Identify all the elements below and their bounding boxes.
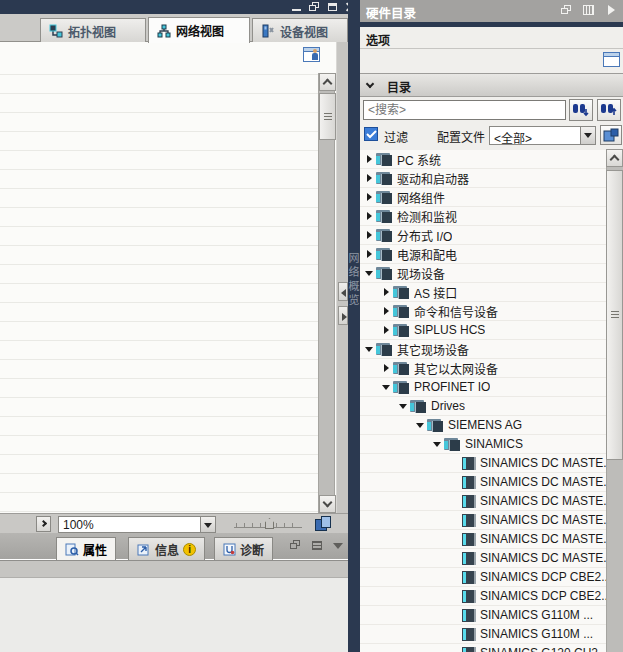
scrollbar-thumb[interactable] bbox=[606, 170, 623, 460]
tab-network-view[interactable]: 网络视图 bbox=[148, 17, 250, 43]
scrollbar-thumb[interactable] bbox=[319, 93, 336, 140]
catalog-tree-item[interactable]: SINAMICS G110M ... bbox=[360, 625, 606, 644]
catalog-scrollbar[interactable] bbox=[606, 150, 623, 652]
expand-icon[interactable] bbox=[381, 325, 393, 335]
tab-topology-view[interactable]: 拓扑视图 bbox=[40, 18, 146, 43]
catalog-tree-item[interactable]: SINAMICS DC MASTE... bbox=[360, 511, 606, 530]
catalog-tree-item-label: SINAMICS DC MASTE... bbox=[480, 513, 606, 527]
catalog-info-pane-icon[interactable] bbox=[603, 52, 620, 67]
list-view-icon[interactable] bbox=[311, 540, 323, 551]
collapse-icon[interactable] bbox=[364, 268, 376, 278]
profile-select[interactable]: <全部> bbox=[489, 126, 596, 145]
catalog-tree-item[interactable]: SIPLUS HCS bbox=[360, 321, 606, 340]
device-icon bbox=[261, 24, 275, 38]
tab-properties[interactable]: 属性 bbox=[56, 537, 116, 560]
catalog-tree-item[interactable]: 检测和监视 bbox=[360, 207, 606, 226]
catalog-tree-item-label: 驱动和启动器 bbox=[397, 170, 469, 187]
tab-diagnostics[interactable]: 诊断 bbox=[214, 537, 273, 560]
zoom-toolbar: 100% bbox=[0, 513, 348, 533]
search-up-icon[interactable] bbox=[597, 99, 621, 121]
catalog-tree-item[interactable]: 驱动和启动器 bbox=[360, 169, 606, 188]
float-icon[interactable] bbox=[290, 540, 302, 551]
catalog-tree-item[interactable]: 分布式 I/O bbox=[360, 226, 606, 245]
expand-right-icon[interactable] bbox=[36, 516, 51, 532]
expand-icon[interactable] bbox=[364, 249, 376, 259]
scroll-down-icon[interactable] bbox=[319, 495, 336, 513]
float-icon[interactable] bbox=[561, 5, 573, 16]
catalog-tree-item[interactable]: 电源和配电 bbox=[360, 245, 606, 264]
catalog-tree-item-label: 网络组件 bbox=[397, 189, 445, 206]
catalog-tree-item[interactable]: PROFINET IO bbox=[360, 378, 606, 397]
catalog-tree-item[interactable]: SINAMICS bbox=[360, 435, 606, 454]
catalog-tree-item[interactable]: 现场设备 bbox=[360, 264, 606, 283]
fit-view-icon[interactable] bbox=[315, 516, 332, 532]
catalog-tree-item[interactable]: SINAMICS DCP CBE2... bbox=[360, 568, 606, 587]
expand-icon[interactable] bbox=[364, 173, 376, 183]
collapse-icon[interactable] bbox=[415, 420, 427, 430]
expand-icon[interactable] bbox=[364, 192, 376, 202]
catalog-tree-item[interactable]: Drives bbox=[360, 397, 606, 416]
canvas-vertical-scrollbar[interactable] bbox=[318, 73, 335, 513]
filter-checkbox[interactable] bbox=[364, 127, 378, 141]
restore-icon[interactable] bbox=[309, 2, 320, 12]
catalog-tree-item-label: SINAMICS DCP CBE2... bbox=[480, 570, 606, 584]
zoom-slider[interactable] bbox=[234, 518, 302, 531]
device-icon bbox=[462, 457, 476, 470]
collapse-right-icon[interactable] bbox=[605, 5, 617, 16]
columns-icon[interactable] bbox=[583, 5, 595, 16]
info-badge: i bbox=[183, 543, 196, 556]
catalog-tree-item[interactable]: SIEMENS AG bbox=[360, 416, 606, 435]
expand-icon[interactable] bbox=[381, 287, 393, 297]
collapse-icon[interactable] bbox=[432, 439, 444, 449]
collapse-icon[interactable] bbox=[364, 344, 376, 354]
search-input[interactable] bbox=[363, 100, 566, 120]
catalog-tree-item-label: AS 接口 bbox=[414, 284, 457, 301]
profile-edit-icon[interactable] bbox=[600, 125, 622, 145]
chevron-down-icon[interactable] bbox=[332, 540, 344, 551]
collapse-right-icon[interactable] bbox=[338, 306, 348, 325]
scroll-up-icon[interactable] bbox=[319, 73, 336, 91]
catalog-section-header[interactable]: 目录 bbox=[360, 73, 623, 97]
catalog-tree-item[interactable]: PC 系统 bbox=[360, 150, 606, 169]
expand-icon[interactable] bbox=[364, 154, 376, 164]
catalog-tree-item[interactable]: SINAMICS DC MASTE... bbox=[360, 530, 606, 549]
expand-icon[interactable] bbox=[364, 211, 376, 221]
folder-icon bbox=[376, 171, 393, 185]
catalog-tree-item[interactable]: 其它以太网设备 bbox=[360, 359, 606, 378]
catalog-tree-item-label: 其它以太网设备 bbox=[414, 360, 498, 377]
tab-label: 信息 bbox=[155, 541, 179, 558]
maximize-icon[interactable] bbox=[327, 2, 338, 12]
catalog-tree-item[interactable]: 命令和信号设备 bbox=[360, 302, 606, 321]
minimize-icon[interactable] bbox=[291, 2, 302, 12]
tab-info[interactable]: 信息 i bbox=[128, 537, 205, 560]
catalog-tree-item[interactable]: SINAMICS G110M ... bbox=[360, 606, 606, 625]
catalog-tree-item[interactable]: 网络组件 bbox=[360, 188, 606, 207]
zoom-slider-thumb[interactable] bbox=[265, 518, 274, 529]
tab-device-view[interactable]: 设备视图 bbox=[252, 18, 348, 43]
catalog-tree-item[interactable]: SINAMICS DCP CBE2... bbox=[360, 587, 606, 606]
expand-icon[interactable] bbox=[381, 306, 393, 316]
page-overview-icon[interactable] bbox=[303, 47, 320, 62]
collapse-icon[interactable] bbox=[381, 382, 393, 392]
chevron-down-icon bbox=[366, 80, 374, 88]
catalog-tree-item[interactable]: SINAMICS DC MASTE... bbox=[360, 454, 606, 473]
zoom-level-select[interactable]: 100% bbox=[58, 516, 216, 533]
catalog-tree-item[interactable]: 其它现场设备 bbox=[360, 340, 606, 359]
expand-icon[interactable] bbox=[364, 230, 376, 240]
scroll-up-icon[interactable] bbox=[606, 149, 623, 167]
search-down-icon[interactable] bbox=[569, 99, 593, 121]
catalog-tree-item[interactable]: SINAMICS G120 CU2 bbox=[360, 644, 606, 652]
filter-row: 过滤 配置文件 <全部> bbox=[360, 124, 623, 148]
catalog-tree-item-label: Drives bbox=[431, 399, 465, 413]
catalog-tree-item[interactable]: AS 接口 bbox=[360, 283, 606, 302]
catalog-tree-item[interactable]: SINAMICS DC MASTE... bbox=[360, 492, 606, 511]
network-canvas[interactable] bbox=[0, 42, 336, 513]
catalog-tree-item[interactable]: SINAMICS DC MASTE... bbox=[360, 473, 606, 492]
folder-icon bbox=[376, 247, 393, 261]
options-toolbar bbox=[360, 49, 623, 73]
profile-label: 配置文件 bbox=[437, 128, 485, 145]
catalog-tree-item[interactable]: SINAMICS DC MASTE... bbox=[360, 549, 606, 568]
panel-divider bbox=[348, 0, 360, 652]
collapse-icon[interactable] bbox=[398, 401, 410, 411]
expand-icon[interactable] bbox=[381, 363, 393, 373]
